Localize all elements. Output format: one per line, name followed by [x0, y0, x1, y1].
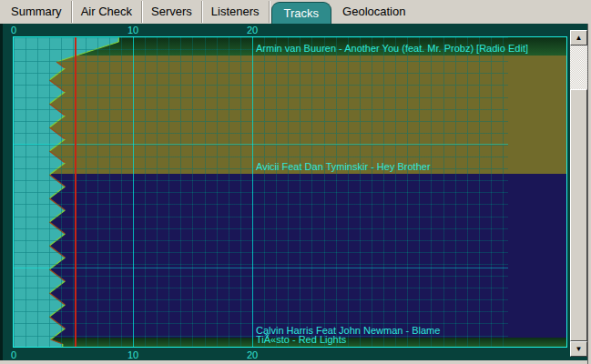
axis-tick-20: 20 [240, 25, 264, 35]
scroll-up-button[interactable]: ▲ [570, 30, 587, 46]
tab-listeners[interactable]: Listeners [202, 1, 270, 23]
tab-geolocation[interactable]: Geolocation [333, 1, 414, 23]
grid-overlay [14, 37, 508, 347]
major-h-gridline [14, 268, 508, 268]
tab-bar: SummaryAir CheckServersListenersTracksGe… [0, 0, 591, 24]
tab-summary[interactable]: Summary [2, 1, 72, 23]
marker-line [75, 37, 76, 347]
scrollbar-thumb[interactable] [570, 89, 587, 341]
scroll-up-icon: ▲ [576, 35, 583, 42]
scroll-down-button[interactable]: ▼ [570, 341, 587, 357]
axis-tick-20: 20 [240, 349, 264, 360]
major-h-gridline [14, 144, 508, 145]
axis-tick-10: 10 [121, 349, 145, 360]
tab-servers[interactable]: Servers [142, 1, 202, 23]
axis-tick-0: 0 [2, 25, 25, 35]
vertical-scrollbar[interactable]: ▲ ▼ [570, 30, 587, 357]
major-gridline-20 [252, 37, 253, 347]
window-bottom-edge [0, 360, 587, 364]
track-label-ti-sto-red-lights: TiÃ«sto - Red Lights [256, 334, 346, 345]
tracks-chart: Armin van Buuren - Another You (feat. Mr… [13, 36, 567, 348]
scroll-down-icon: ▼ [576, 346, 583, 353]
track-label-avicii-feat-dan-tyminski: Avicii Feat Dan Tyminskir - Hey Brother [256, 161, 431, 172]
track-label-armin-van-buuren-another: Armin van Buuren - Another You (feat. Mr… [256, 43, 528, 54]
major-gridline-10 [133, 37, 134, 347]
axis-tick-0: 0 [2, 349, 25, 360]
tab-air-check[interactable]: Air Check [72, 1, 142, 23]
axis-tick-10: 10 [121, 25, 145, 35]
window-right-edge [587, 24, 591, 364]
station-monitor-window: SummaryAir CheckServersListenersTracksGe… [0, 0, 591, 364]
tab-tracks[interactable]: Tracks [271, 2, 332, 26]
